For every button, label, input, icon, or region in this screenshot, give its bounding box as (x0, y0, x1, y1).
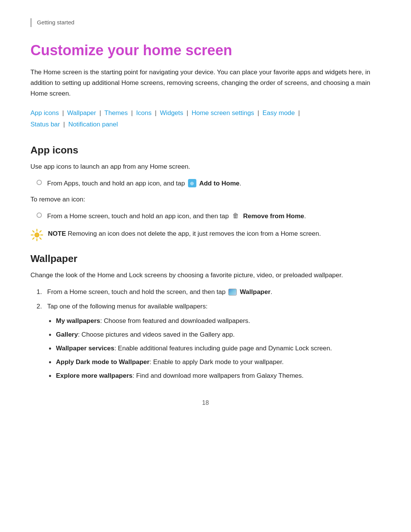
svg-line-4 (33, 231, 34, 232)
nav-link-themes[interactable]: Themes (104, 109, 127, 117)
wallpaper-section: Wallpaper Change the look of the Home an… (30, 253, 381, 384)
bullet-text-1: From Apps, touch and hold an app icon, a… (47, 178, 381, 189)
remove-from-home-icon: 🗑 (232, 212, 240, 220)
nav-link-home-screen-settings[interactable]: Home screen settings (191, 109, 254, 117)
note-sun-icon (30, 228, 43, 241)
intro-text: The Home screen is the starting point fo… (30, 67, 381, 99)
nav-link-easy-mode[interactable]: Easy mode (263, 109, 295, 117)
remove-label: To remove an icon: (30, 194, 381, 205)
app-icons-section: App icons Use app icons to launch an app… (30, 144, 381, 241)
note-box: NOTE Removing an icon does not delete th… (30, 228, 381, 241)
wallpaper-inline-icon (228, 289, 237, 296)
nav-link-widgets[interactable]: Widgets (160, 109, 183, 117)
wallpaper-intro: Change the look of the Home and Lock scr… (30, 270, 381, 281)
svg-point-8 (35, 233, 39, 237)
nav-link-icons[interactable]: Icons (136, 109, 152, 117)
breadcrumb: Getting started (30, 18, 381, 27)
svg-line-6 (40, 231, 41, 232)
sub-bullet-dark-mode: • Apply Dark mode to Wallpaper: Enable t… (47, 357, 381, 367)
app-icons-bullet2: From a Home screen, touch and hold an ap… (37, 211, 381, 222)
add-to-home-icon: ⊕ (188, 179, 196, 187)
page-number: 18 (30, 399, 381, 406)
sub-bullet-gallery: • Gallery: Choose pictures and videos sa… (47, 329, 381, 340)
app-icons-bullet1: From Apps, touch and hold an app icon, a… (37, 178, 381, 189)
wallpaper-step1: 1. From a Home screen, touch and hold th… (37, 287, 381, 297)
bullet-circle-1 (37, 180, 42, 185)
sub-bullet-wallpaper-services: • Wallpaper services: Enable additional … (47, 343, 381, 354)
svg-line-5 (40, 238, 41, 240)
bullet-circle-2 (37, 212, 42, 218)
page: Getting started Customize your home scre… (0, 0, 411, 532)
page-title: Customize your home screen (30, 42, 381, 59)
wallpaper-sub-bullets: • My wallpapers: Choose from featured an… (47, 316, 381, 381)
nav-link-notification-panel[interactable]: Notification panel (68, 121, 118, 128)
wallpaper-step1-text: From a Home screen, touch and hold the s… (47, 287, 381, 297)
app-icons-title: App icons (30, 144, 381, 156)
nav-link-wallpaper[interactable]: Wallpaper (67, 109, 96, 117)
svg-line-7 (33, 238, 34, 240)
note-text: NOTE Removing an icon does not delete th… (48, 228, 321, 239)
wallpaper-numbered-list: 1. From a Home screen, touch and hold th… (37, 287, 381, 384)
nav-links: App icons | Wallpaper | Themes | Icons |… (30, 107, 381, 131)
sub-bullet-my-wallpapers: • My wallpapers: Choose from featured an… (47, 316, 381, 326)
app-icons-intro: Use app icons to launch an app from any … (30, 161, 381, 172)
wallpaper-step2: 2. Tap one of the following menus for av… (37, 301, 381, 384)
nav-link-status-bar[interactable]: Status bar (30, 121, 60, 128)
bullet-text-2: From a Home screen, touch and hold an ap… (47, 211, 381, 222)
nav-link-app-icons[interactable]: App icons (30, 109, 59, 117)
sub-bullet-explore: • Explore more wallpapers: Find and down… (47, 371, 381, 381)
wallpaper-title: Wallpaper (30, 253, 381, 265)
wallpaper-step2-text: Tap one of the following menus for avail… (47, 301, 381, 384)
